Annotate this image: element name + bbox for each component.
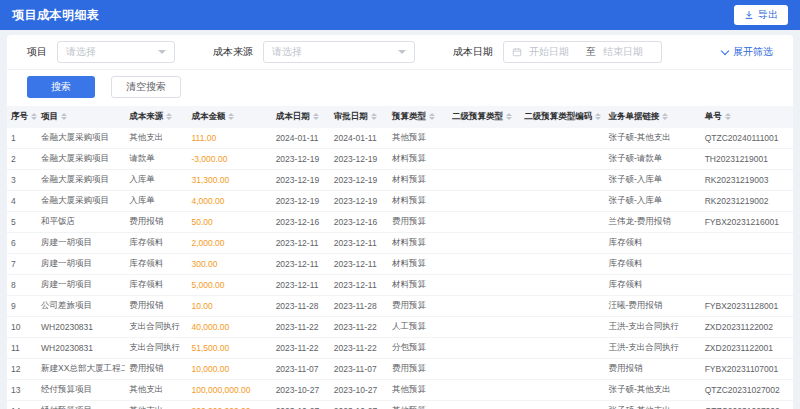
- cell-amount: 200,000,000.00: [187, 401, 271, 409]
- column-header-budget_type[interactable]: 预算类型: [388, 106, 448, 128]
- cell-sub_budget_type: [448, 401, 520, 409]
- cost-date-range-picker[interactable]: 开始日期 至 结束日期: [503, 41, 662, 63]
- column-header-label: 审批日期: [334, 111, 368, 121]
- sort-icon[interactable]: [166, 113, 172, 120]
- cell-budget_type: 材料预算: [388, 149, 448, 170]
- column-header-approval_date[interactable]: 审批日期: [330, 106, 388, 128]
- cell-cost_date: 2023-12-19: [272, 149, 330, 170]
- cell-source: 费用报销: [125, 212, 187, 233]
- project-filter: 项目 请选择: [27, 41, 175, 63]
- cell-sub_budget_code: [520, 401, 604, 409]
- cell-doc_no: RK20231219003: [701, 170, 793, 191]
- table-row: 3金融大厦采购项目入库单31,300.002023-12-192023-12-1…: [7, 170, 793, 191]
- sort-icon[interactable]: [662, 113, 668, 120]
- cell-no: 14: [7, 401, 37, 409]
- column-header-cost_date[interactable]: 成本日期: [272, 106, 330, 128]
- cell-doc_link[interactable]: 王洪-支出合同执行: [604, 338, 700, 359]
- cell-sub_budget_code: [520, 338, 604, 359]
- column-header-doc_link[interactable]: 业务单据链接: [604, 106, 700, 128]
- cell-project: 公司差旅项目: [37, 296, 125, 317]
- cell-doc_link[interactable]: 费用报销: [604, 359, 700, 380]
- cell-no: 9: [7, 296, 37, 317]
- table-row: 1金融大厦采购项目其他支出111.002024-01-112024-01-11其…: [7, 128, 793, 149]
- column-header-project[interactable]: 项目: [37, 106, 125, 128]
- cost-source-filter-label: 成本来源: [213, 45, 253, 59]
- cell-cost_date: 2023-10-27: [272, 380, 330, 401]
- cell-project: 和平饭店: [37, 212, 125, 233]
- cell-doc_link[interactable]: 张子硕-请款单: [604, 149, 700, 170]
- column-header-sub_budget_type[interactable]: 二级预算类型: [448, 106, 520, 128]
- cell-no: 4: [7, 191, 37, 212]
- cell-budget_type: 材料预算: [388, 170, 448, 191]
- cell-no: 11: [7, 338, 37, 359]
- cell-sub_budget_type: [448, 128, 520, 149]
- column-header-doc_no[interactable]: 单号: [701, 106, 793, 128]
- cell-amount: 4,000.00: [187, 191, 271, 212]
- expand-filter-toggle[interactable]: 展开筛选: [722, 45, 773, 59]
- cell-doc_link[interactable]: 张子硕-其他支出: [604, 128, 700, 149]
- cell-source: 费用报销: [125, 296, 187, 317]
- cell-doc_no: [701, 275, 793, 296]
- main-card: 项目 请选择 成本来源 请选择 成本日期: [7, 35, 793, 409]
- cell-doc_link[interactable]: 张子硕-入库单: [604, 170, 700, 191]
- cell-doc_no: FYBX20231128001: [701, 296, 793, 317]
- cell-approval_date: 2023-10-27: [330, 380, 388, 401]
- column-header-label: 项目: [41, 111, 58, 121]
- column-header-amount[interactable]: 成本金额: [187, 106, 271, 128]
- cell-doc_link[interactable]: 王洪-支出合同执行: [604, 317, 700, 338]
- cell-sub_budget_type: [448, 212, 520, 233]
- cell-doc_link[interactable]: 张子硕-其他支出: [604, 380, 700, 401]
- cell-doc_link[interactable]: 库存领料: [604, 275, 700, 296]
- table-body: 1金融大厦采购项目其他支出111.002024-01-112024-01-11其…: [7, 128, 793, 409]
- column-header-sub_budget_code[interactable]: 二级预算类型编码: [520, 106, 604, 128]
- cell-approval_date: 2023-12-16: [330, 212, 388, 233]
- cell-project: 房建一胡项目: [37, 254, 125, 275]
- cell-cost_date: 2023-12-19: [272, 191, 330, 212]
- export-icon: [744, 10, 754, 20]
- cost-source-select[interactable]: 请选择: [263, 41, 415, 63]
- column-header-label: 二级预算类型: [452, 111, 503, 121]
- cell-project: 房建一胡项目: [37, 233, 125, 254]
- clear-search-button[interactable]: 清空搜索: [111, 76, 181, 98]
- cell-budget_type: 其他预算: [388, 380, 448, 401]
- cell-amount: 31,300.00: [187, 170, 271, 191]
- sort-icon[interactable]: [61, 113, 67, 120]
- cell-amount: 5,000.00: [187, 275, 271, 296]
- cell-approval_date: 2023-10-27: [330, 401, 388, 409]
- cell-doc_link[interactable]: 库存领料: [604, 254, 700, 275]
- cell-no: 12: [7, 359, 37, 380]
- sort-icon[interactable]: [228, 113, 234, 120]
- cell-sub_budget_code: [520, 233, 604, 254]
- cell-amount: 10.00: [187, 296, 271, 317]
- table-row: 11WH20230831支出合同执行51,500.002023-11-22202…: [7, 338, 793, 359]
- cell-sub_budget_code: [520, 380, 604, 401]
- cell-sub_budget_type: [448, 359, 520, 380]
- sort-icon[interactable]: [313, 113, 319, 120]
- cell-project: WH20230831: [37, 317, 125, 338]
- cell-doc_link[interactable]: 张子硕-其他支出: [604, 401, 700, 409]
- sort-icon[interactable]: [31, 113, 37, 120]
- sort-icon[interactable]: [595, 113, 601, 120]
- column-header-no[interactable]: 序号: [7, 106, 37, 128]
- sort-icon[interactable]: [429, 113, 435, 120]
- cell-doc_link[interactable]: 兰伟龙-费用报销: [604, 212, 700, 233]
- project-select[interactable]: 请选择: [57, 41, 175, 63]
- sort-icon[interactable]: [506, 113, 512, 120]
- search-button[interactable]: 搜索: [27, 76, 95, 98]
- cell-source: 费用报销: [125, 359, 187, 380]
- sort-icon[interactable]: [725, 113, 731, 120]
- export-button[interactable]: 导出: [734, 5, 788, 25]
- cell-doc_link[interactable]: 张子硕-入库单: [604, 191, 700, 212]
- sort-icon[interactable]: [371, 113, 377, 120]
- cell-project: 金融大厦采购项目: [37, 149, 125, 170]
- cell-cost_date: 2023-11-28: [272, 296, 330, 317]
- cell-no: 3: [7, 170, 37, 191]
- cell-sub_budget_type: [448, 338, 520, 359]
- column-header-source[interactable]: 成本来源: [125, 106, 187, 128]
- cell-doc_link[interactable]: 库存领料: [604, 233, 700, 254]
- cell-cost_date: 2023-12-16: [272, 212, 330, 233]
- cell-budget_type: 材料预算: [388, 254, 448, 275]
- cost-date-filter: 成本日期 开始日期 至 结束日期: [453, 41, 662, 63]
- cell-budget_type: 材料预算: [388, 191, 448, 212]
- cell-doc_link[interactable]: 汪曦-费用报销: [604, 296, 700, 317]
